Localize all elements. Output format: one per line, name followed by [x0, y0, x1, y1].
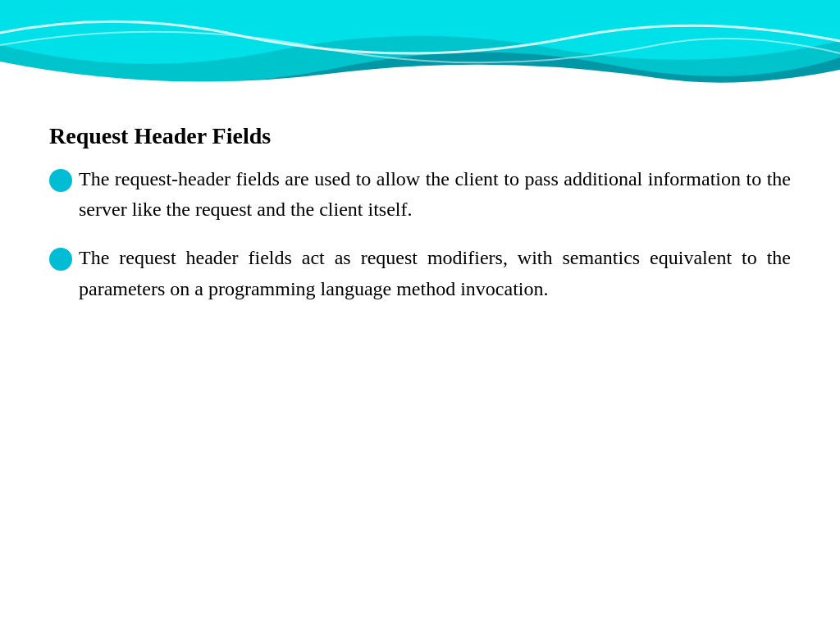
bullet-dot-icon: [49, 169, 72, 192]
section-title: Request Header Fields: [49, 123, 791, 149]
list-item: The request-header fields are used to al…: [49, 164, 791, 225]
wave-header: [0, 0, 840, 107]
main-content: Request Header Fields The request-header…: [49, 123, 791, 581]
bullet-text-2: The request header fields act as request…: [79, 243, 791, 304]
bullet-list: The request-header fields are used to al…: [49, 164, 791, 304]
bullet-dot-icon: [49, 248, 72, 271]
bullet-text-1: The request-header fields are used to al…: [79, 164, 791, 225]
list-item: The request header fields act as request…: [49, 243, 791, 304]
